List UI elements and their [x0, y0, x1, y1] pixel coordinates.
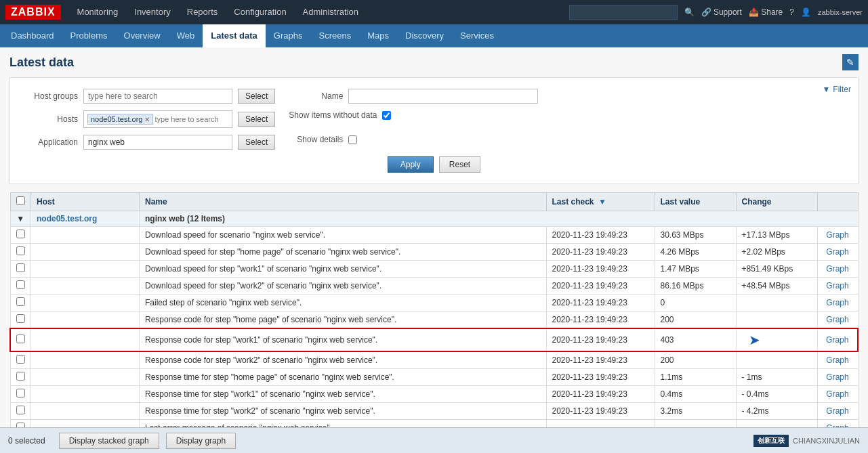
reset-button[interactable]: Reset	[439, 156, 480, 173]
show-details-label: Show details	[289, 135, 343, 144]
name-input[interactable]	[348, 89, 538, 104]
tab-dashboard[interactable]: Dashboard	[3, 24, 62, 47]
row-checkbox[interactable]	[16, 406, 25, 414]
nav-reports[interactable]: Reports	[179, 0, 226, 24]
hostgroups-select-button[interactable]: Select	[238, 89, 275, 104]
nav-administration[interactable]: Administration	[295, 0, 367, 24]
col-lastcheck-header[interactable]: Last check ▼	[546, 193, 655, 211]
row-checkbox[interactable]	[16, 263, 25, 272]
nav-configuration[interactable]: Configuration	[226, 0, 294, 24]
row-check-cell	[10, 351, 31, 369]
graph-link[interactable]: Graph	[826, 355, 848, 365]
row-name-cell: Response code for step "home page" of sc…	[140, 311, 547, 329]
group-host-cell: node05.test.org	[31, 211, 140, 227]
tab-latest-data[interactable]: Latest data	[203, 24, 266, 47]
tab-screens[interactable]: Screens	[311, 24, 360, 47]
app-logo[interactable]: ZABBIX	[5, 5, 61, 20]
user-icon[interactable]: 👤	[801, 7, 811, 17]
tab-maps[interactable]: Maps	[359, 24, 397, 47]
hosts-select-button[interactable]: Select	[238, 112, 275, 127]
row-checkbox[interactable]	[16, 230, 25, 238]
show-items-checkbox[interactable]	[382, 111, 391, 120]
row-checkbox[interactable]	[16, 280, 25, 289]
col-graph-header	[817, 193, 858, 211]
help-icon[interactable]: ?	[789, 7, 794, 17]
filter-group-application: Application Select	[24, 135, 275, 150]
row-name-cell: Response code for step "work2" of scenar…	[140, 351, 547, 369]
tab-problems[interactable]: Problems	[62, 24, 116, 47]
filter-toggle[interactable]: ▼ Filter	[822, 85, 851, 94]
row-lastvalue-cell: 30.63 MBps	[655, 227, 736, 244]
row-graph-cell: Graph	[817, 261, 858, 278]
edit-page-icon[interactable]: ✎	[842, 54, 859, 70]
table-row: Response code for step "home page" of sc…	[10, 311, 858, 329]
row-graph-cell: Graph	[817, 278, 858, 295]
apply-button[interactable]: Apply	[388, 156, 434, 173]
graph-link[interactable]: Graph	[826, 372, 848, 382]
row-change-cell: +851.49 KBps	[736, 261, 817, 278]
graph-link[interactable]: Graph	[826, 315, 848, 324]
tab-web[interactable]: Web	[169, 24, 203, 47]
graph-link[interactable]: Graph	[826, 335, 848, 345]
graph-link[interactable]: Graph	[826, 406, 848, 416]
row-checkbox[interactable]	[16, 246, 25, 255]
nav-inventory[interactable]: Inventory	[126, 0, 178, 24]
row-checkbox[interactable]	[16, 355, 25, 364]
application-select-button[interactable]: Select	[238, 135, 275, 150]
application-input[interactable]	[83, 135, 232, 150]
row-lastcheck-cell: 2020-11-23 19:49:23	[546, 386, 655, 403]
check-all-checkbox[interactable]	[16, 196, 25, 205]
hosts-tag-input[interactable]: node05.test.org ✕	[83, 110, 232, 128]
row-graph-cell: Graph	[817, 244, 858, 261]
nav-monitoring[interactable]: Monitoring	[69, 0, 127, 24]
row-lastvalue-cell: 403	[655, 328, 736, 351]
graph-link[interactable]: Graph	[826, 230, 848, 240]
table-row: Download speed for step "work2" of scena…	[10, 278, 858, 295]
graph-link[interactable]: Graph	[826, 264, 848, 274]
page-content: Latest data ✎ ▼ Filter Host groups Selec…	[0, 47, 868, 444]
graph-link[interactable]: Graph	[826, 389, 848, 399]
tab-services[interactable]: Services	[452, 24, 502, 47]
tab-discovery[interactable]: Discovery	[397, 24, 452, 47]
graph-link[interactable]: Graph	[826, 281, 848, 290]
row-checkbox[interactable]	[16, 372, 25, 381]
table-header-row: Host Name Last check ▼ Last value Change	[10, 193, 858, 211]
row-name-cell: Response code for step "work1" of scenar…	[140, 328, 547, 351]
filter-icon: ▼	[822, 85, 830, 94]
support-link[interactable]: 🔗 Support	[701, 7, 742, 17]
display-stacked-graph-button[interactable]: Display stacked graph	[59, 433, 159, 444]
row-checkbox[interactable]	[16, 335, 25, 343]
second-navbar: Dashboard Problems Overview Web Latest d…	[0, 24, 868, 47]
row-lastcheck-cell: 2020-11-23 19:49:23	[546, 369, 655, 386]
host-link[interactable]: node05.test.org	[37, 214, 97, 223]
table-row: Response time for step "home page" of sc…	[10, 369, 858, 386]
row-change-cell	[736, 295, 817, 311]
row-host-cell	[31, 261, 140, 278]
col-host-header[interactable]: Host	[31, 193, 140, 211]
hosts-input[interactable]	[154, 114, 229, 124]
display-graph-button[interactable]: Display graph	[166, 433, 236, 444]
group-expand[interactable]: ▼	[10, 211, 31, 227]
graph-link[interactable]: Graph	[826, 298, 848, 307]
col-name-header[interactable]: Name	[140, 193, 547, 211]
row-checkbox[interactable]	[16, 297, 25, 306]
show-details-checkbox[interactable]	[348, 135, 357, 144]
row-graph-cell: Graph	[817, 295, 858, 311]
hostgroups-input[interactable]	[83, 89, 232, 104]
filter-section: ▼ Filter Host groups Select Name Hosts n…	[9, 77, 859, 184]
search-input[interactable]	[569, 5, 678, 20]
application-label: Application	[24, 137, 78, 147]
share-link[interactable]: 📤 Share	[749, 7, 783, 17]
row-lastvalue-cell: 0	[655, 295, 736, 311]
tab-overview[interactable]: Overview	[116, 24, 169, 47]
col-check-all[interactable]	[10, 193, 31, 211]
filter-row-3: Application Select Show details	[24, 135, 844, 150]
hosts-tag-remove[interactable]: ✕	[144, 116, 150, 123]
tab-graphs[interactable]: Graphs	[266, 24, 311, 47]
row-checkbox[interactable]	[16, 314, 25, 323]
filter-row-2: Hosts node05.test.org ✕ Select Show item…	[24, 110, 844, 128]
row-checkbox[interactable]	[16, 389, 25, 397]
search-icon[interactable]: 🔍	[684, 7, 695, 17]
graph-link[interactable]: Graph	[826, 247, 848, 257]
row-host-cell	[31, 351, 140, 369]
